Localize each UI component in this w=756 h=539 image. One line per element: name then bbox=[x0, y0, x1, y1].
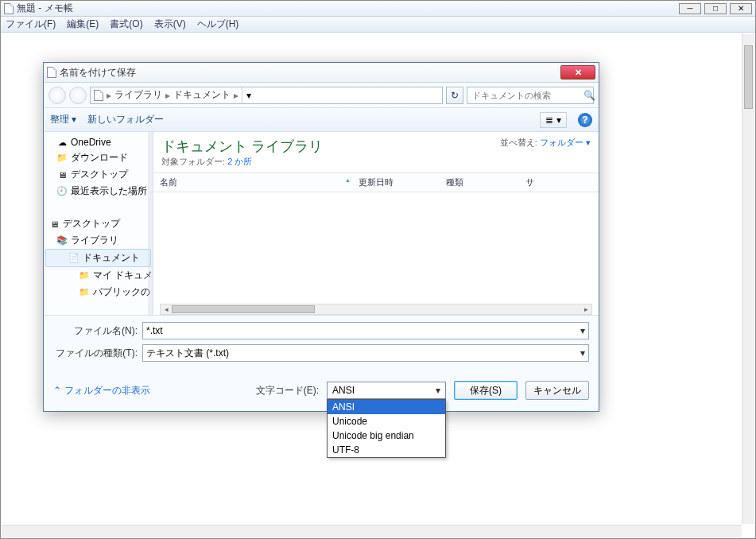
app-icon bbox=[4, 3, 14, 14]
menu-format[interactable]: 書式(O) bbox=[110, 17, 142, 31]
folder-icon: 📁 bbox=[56, 153, 68, 164]
library-title: ドキュメント ライブラリ bbox=[161, 137, 500, 156]
hscroll-thumb[interactable] bbox=[172, 305, 315, 313]
menu-edit[interactable]: 編集(E) bbox=[67, 17, 99, 31]
sidebar-item-onedrive[interactable]: ☁OneDrive bbox=[45, 135, 151, 149]
document-icon: 📄 bbox=[68, 253, 79, 264]
footer: ⌃ フォルダーの非表示 文字コード(E): ANSI 保存(S) キャンセル bbox=[44, 373, 599, 411]
encoding-dropdown[interactable]: ANSIUnicodeUnicode big endianUTF-8 bbox=[327, 399, 446, 458]
library-subtitle: 対象フォルダー: 2 か所 bbox=[161, 156, 500, 168]
notepad-window: 無題 - メモ帳 ─ □ ✕ ファイル(F) 編集(E) 書式(O) 表示(V)… bbox=[0, 0, 756, 539]
encoding-option[interactable]: UTF-8 bbox=[328, 443, 445, 457]
new-folder-button[interactable]: 新しいフォルダー bbox=[87, 113, 164, 126]
view-button[interactable]: ≣ ▾ bbox=[540, 112, 567, 128]
arrange-by: 並べ替え: フォルダー ▾ bbox=[500, 137, 591, 149]
sidebar-label: OneDrive bbox=[71, 137, 111, 148]
cloud-icon: ☁ bbox=[56, 137, 68, 148]
sidebar-item-mydocs[interactable]: 📁マイ ドキュメ bbox=[45, 267, 151, 284]
sidebar-label: パブリックの bbox=[93, 285, 150, 299]
sidebar-item-documents[interactable]: 📄ドキュメント bbox=[45, 249, 151, 267]
col-type[interactable]: 種類 bbox=[446, 176, 525, 188]
chevron-up-icon: ⌃ bbox=[53, 385, 61, 396]
menubar: ファイル(F) 編集(E) 書式(O) 表示(V) ヘルプ(H) bbox=[1, 17, 755, 33]
search-input[interactable] bbox=[471, 90, 583, 101]
sidebar-item-libraries[interactable]: 📚ライブラリ bbox=[45, 232, 151, 249]
organize-button[interactable]: 整理 ▾ bbox=[50, 113, 76, 126]
sidebar-item-recent[interactable]: 🕘最近表示した場所 bbox=[45, 183, 151, 200]
crumb-sep-1: ▸ bbox=[165, 90, 170, 101]
help-button[interactable]: ? bbox=[578, 113, 592, 127]
folder-icon: 📁 bbox=[79, 270, 90, 281]
scroll-right-icon[interactable]: ▸ bbox=[580, 304, 591, 314]
filename-label: ファイル名(N): bbox=[53, 324, 138, 338]
save-button[interactable]: 保存(S) bbox=[454, 381, 518, 400]
sidebar-item-desktop-fav[interactable]: 🖥デスクトップ bbox=[45, 166, 151, 183]
search-icon[interactable]: 🔍 bbox=[583, 90, 595, 101]
library-locations-link[interactable]: 2 か所 bbox=[227, 157, 252, 166]
minimize-button[interactable]: ─ bbox=[679, 3, 701, 14]
crumb-libraries[interactable]: ライブラリ bbox=[114, 88, 162, 102]
sidebar-item-public[interactable]: 📁パブリックの bbox=[45, 284, 151, 301]
sidebar-item-downloads[interactable]: 📁ダウンロード bbox=[45, 149, 151, 166]
sidebar-label: デスクトップ bbox=[63, 217, 120, 231]
encoding-option[interactable]: Unicode big endian bbox=[328, 428, 445, 443]
cancel-button[interactable]: キャンセル bbox=[525, 381, 589, 400]
sidebar: ☁OneDrive 📁ダウンロード 🖥デスクトップ 🕘最近表示した場所 🖥デスク… bbox=[44, 132, 153, 315]
arrange-by-link[interactable]: フォルダー ▾ bbox=[540, 138, 591, 147]
app-title: 無題 - メモ帳 bbox=[17, 2, 73, 15]
toolbar: 整理 ▾ 新しいフォルダー ≣ ▾ ? bbox=[44, 108, 599, 132]
form-area: ファイル名(N): *.txt ファイルの種類(T): テキスト文書 (*.tx… bbox=[44, 315, 599, 373]
app-titlebar[interactable]: 無題 - メモ帳 ─ □ ✕ bbox=[1, 1, 755, 17]
desktop-icon: 🖥 bbox=[48, 219, 60, 230]
sidebar-label: ドキュメント bbox=[83, 251, 140, 265]
crumb-documents[interactable]: ドキュメント bbox=[173, 88, 231, 102]
nav-row: ▸ ライブラリ ▸ ドキュメント ▸ ▾ ↻ 🔍 bbox=[44, 83, 599, 108]
crumb-sep-2: ▸ bbox=[234, 90, 238, 101]
recent-icon: 🕘 bbox=[56, 186, 68, 197]
file-list[interactable]: ◂ ▸ bbox=[153, 192, 599, 315]
dialog-titlebar[interactable]: 名前を付けて保存 ✕ bbox=[44, 63, 599, 83]
encoding-label: 文字コード(E): bbox=[256, 384, 319, 397]
col-size[interactable]: サ bbox=[525, 176, 592, 188]
address-drop-icon[interactable]: ▾ bbox=[242, 87, 254, 103]
menu-file[interactable]: ファイル(F) bbox=[6, 17, 56, 31]
sidebar-label: ダウンロード bbox=[71, 151, 128, 165]
sidebar-label: 最近表示した場所 bbox=[71, 184, 147, 198]
main-pane: ドキュメント ライブラリ 対象フォルダー: 2 か所 並べ替え: フォルダー ▾… bbox=[153, 132, 599, 315]
dialog-title: 名前を付けて保存 bbox=[60, 66, 136, 79]
col-date[interactable]: 更新日時 bbox=[359, 176, 446, 188]
crumb-sep-0: ▸ bbox=[107, 90, 111, 101]
library-icon: 📚 bbox=[56, 235, 68, 246]
sidebar-item-desktop[interactable]: 🖥デスクトップ bbox=[45, 215, 151, 232]
menu-view[interactable]: 表示(V) bbox=[154, 17, 186, 31]
scroll-left-icon[interactable]: ◂ bbox=[161, 304, 172, 314]
forward-button[interactable] bbox=[69, 87, 87, 104]
dialog-close-button[interactable]: ✕ bbox=[560, 65, 595, 79]
filetype-label: ファイルの種類(T): bbox=[53, 347, 138, 360]
desktop-icon: 🖥 bbox=[56, 169, 68, 180]
file-list-hscroll[interactable]: ◂ ▸ bbox=[160, 304, 592, 315]
filename-input[interactable]: *.txt bbox=[142, 322, 589, 339]
filetype-select[interactable]: テキスト文書 (*.txt) bbox=[142, 344, 589, 362]
encoding-option[interactable]: Unicode bbox=[328, 414, 445, 428]
encoding-select[interactable]: ANSI bbox=[327, 382, 446, 399]
col-name[interactable]: 名前 bbox=[160, 176, 359, 188]
sidebar-label: マイ ドキュメ bbox=[93, 269, 151, 282]
menu-help[interactable]: ヘルプ(H) bbox=[197, 17, 239, 31]
search-box[interactable]: 🔍 bbox=[467, 87, 594, 104]
modal-overlay: 名前を付けて保存 ✕ ▸ ライブラリ ▸ ドキュメント ▸ ▾ ↻ bbox=[1, 33, 755, 538]
dialog-icon bbox=[47, 67, 56, 78]
refresh-button[interactable]: ↻ bbox=[446, 87, 463, 104]
dialog-body: ☁OneDrive 📁ダウンロード 🖥デスクトップ 🕘最近表示した場所 🖥デスク… bbox=[44, 132, 599, 315]
address-bar[interactable]: ▸ ライブラリ ▸ ドキュメント ▸ ▾ bbox=[90, 87, 443, 104]
maximize-button[interactable]: □ bbox=[704, 3, 727, 14]
folder-toggle[interactable]: ⌃ フォルダーの非表示 bbox=[53, 384, 150, 397]
encoding-option[interactable]: ANSI bbox=[328, 400, 445, 414]
column-headers: 名前 更新日時 種類 サ bbox=[153, 173, 599, 192]
library-header: ドキュメント ライブラリ 対象フォルダー: 2 か所 並べ替え: フォルダー ▾ bbox=[153, 132, 599, 173]
back-button[interactable] bbox=[48, 87, 66, 104]
folder-icon bbox=[94, 90, 103, 101]
close-button[interactable]: ✕ bbox=[730, 3, 752, 14]
sidebar-label: デスクトップ bbox=[71, 168, 128, 181]
folder-icon: 📁 bbox=[79, 287, 90, 298]
